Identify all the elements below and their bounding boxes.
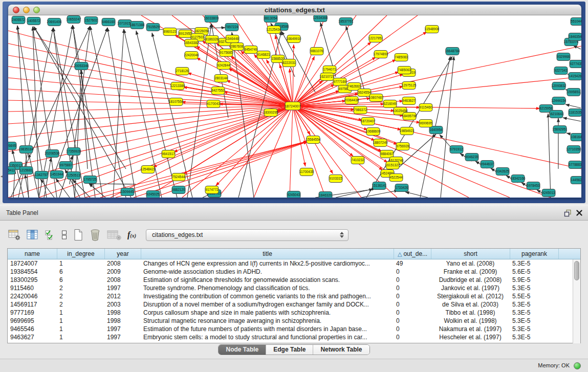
graph-node[interactable]: 9944637 (481, 161, 494, 168)
table-cell[interactable]: 0 (394, 268, 431, 276)
table-cell[interactable]: 0 (394, 317, 431, 325)
graph-node[interactable]: 6216049 (383, 100, 397, 108)
graph-node[interactable]: 7515525 (146, 24, 160, 31)
graph-node[interactable]: 1451944 (50, 171, 63, 179)
table-row[interactable]: 946362711997Embryonic stem cells: a mode… (8, 333, 574, 341)
graph-node[interactable]: 7524544 (172, 173, 185, 181)
graph-node[interactable]: 10653247 (67, 16, 81, 24)
table-cell[interactable]: Estimation of significance thresholds fo… (141, 276, 394, 284)
memory-ok-indicator-icon[interactable] (574, 362, 581, 369)
graph-node[interactable]: 1342757 (35, 171, 48, 179)
table-cell[interactable]: 18724007 (8, 259, 57, 268)
graph-edge[interactable] (107, 28, 136, 198)
graph-node[interactable]: 1445623 (571, 177, 581, 184)
table-cell[interactable]: Structural magnetic resonance image aver… (141, 317, 394, 325)
column-header-short[interactable]: short (431, 249, 510, 259)
table-cell[interactable]: 14569117 (8, 300, 57, 309)
column-visibility-icon[interactable] (27, 229, 39, 240)
graph-node[interactable]: 9641517 (162, 150, 175, 158)
graph-node[interactable]: 12217951 (368, 35, 383, 42)
graph-node[interactable]: 9245013 (542, 189, 555, 197)
function-builder-icon[interactable]: f(x) (127, 230, 136, 239)
graph-node[interactable]: 1794071 (323, 66, 336, 74)
graph-node[interactable]: 18495798 (402, 113, 417, 120)
table-cell[interactable]: 0 (394, 333, 431, 341)
table-cell[interactable]: 5.5E-5 (510, 292, 558, 300)
tab-network-table[interactable]: Network Table (313, 345, 369, 355)
table-cell[interactable]: Yano et al. (2008) (431, 259, 510, 268)
graph-node[interactable]: 1081642 (571, 134, 581, 141)
graph-node[interactable]: 7485063 (398, 67, 411, 74)
table-cell[interactable]: de Silva et al. (2003) (431, 300, 510, 309)
table-row[interactable]: 946554611997Estimation of the future num… (8, 325, 574, 333)
table-cell[interactable]: 9699695 (8, 317, 57, 325)
table-cell[interactable]: 5.6E-5 (510, 268, 558, 276)
table-cell[interactable]: Wolkin et al. (1998) (431, 317, 510, 325)
graph-node[interactable]: 6778883 (569, 161, 581, 169)
graph-node[interactable]: 9245025 (146, 191, 160, 198)
graph-edge[interactable] (226, 80, 293, 106)
graph-node[interactable]: 7857224 (225, 24, 238, 31)
table-cell[interactable]: 2008 (104, 259, 141, 268)
graph-node[interactable]: 1733426 (395, 184, 408, 192)
graph-node[interactable]: 15136141 (372, 182, 387, 190)
graph-edge[interactable] (293, 46, 581, 106)
table-cell[interactable]: 9115460 (8, 284, 57, 292)
graph-node[interactable]: 2526695 (8, 142, 16, 150)
graph-node[interactable]: 1509445 (121, 188, 134, 196)
table-cell[interactable]: 5.3E-5 (510, 325, 558, 333)
table-row[interactable]: 1938455462009Genome-wide association stu… (8, 268, 574, 276)
graph-node[interactable]: 8960123 (163, 28, 177, 36)
graph-node[interactable]: 17974893 (374, 51, 388, 58)
graph-edge[interactable] (134, 142, 308, 198)
graph-edge[interactable] (293, 106, 361, 198)
table-cell[interactable]: 1 (57, 259, 104, 268)
graph-node[interactable]: 1405572 (27, 17, 40, 25)
graph-node[interactable]: 9342625 (496, 168, 509, 176)
graph-node[interactable]: 2405572 (12, 16, 25, 24)
graph-node[interactable]: 11548908 (425, 26, 440, 33)
table-cell[interactable]: 2012 (104, 292, 141, 300)
table-cell[interactable]: 5.3E-5 (510, 317, 558, 325)
graph-node[interactable]: 7986372 (354, 106, 367, 114)
table-cell[interactable]: 22420046 (8, 292, 57, 300)
table-cell[interactable]: 49 (394, 259, 431, 268)
graph-node[interactable]: 9975887 (59, 162, 73, 169)
tab-node-table[interactable]: Node Table (219, 345, 266, 355)
graph-node[interactable]: 10688609 (366, 128, 381, 136)
table-selector-combobox[interactable]: citations_edges.txt (146, 229, 349, 241)
table-cell[interactable]: 1998 (104, 317, 141, 325)
graph-node[interactable]: 1595851 (567, 89, 580, 96)
table-cell[interactable]: 2008 (104, 276, 141, 284)
table-cell[interactable]: 5.3E-5 (510, 300, 558, 309)
graph-node[interactable]: 2803144 (214, 75, 228, 82)
scrollbar-thumb[interactable] (574, 261, 579, 280)
graph-node[interactable]: 12548423 (141, 166, 156, 173)
graph-node[interactable]: 1527602 (84, 17, 98, 25)
graph-node[interactable]: 1846320 (319, 192, 332, 198)
table-cell[interactable]: 2 (57, 284, 104, 292)
graph-node[interactable]: 9329966 (557, 53, 570, 61)
graph-node[interactable]: 1415426 (569, 73, 581, 80)
graph-node[interactable]: 12213389 (170, 82, 185, 90)
graph-node[interactable]: 8186328 (205, 36, 219, 43)
graph-node[interactable]: 18807249 (373, 139, 388, 147)
column-header-title[interactable]: title (141, 249, 394, 259)
table-cell[interactable]: 2 (57, 300, 104, 309)
graph-node[interactable]: 6791912 (450, 146, 463, 154)
column-header-out_de[interactable]: △out_de... (394, 249, 431, 259)
graph-node[interactable]: 9242844 (217, 62, 230, 70)
graph-node[interactable]: 9174772 (205, 186, 219, 194)
graph-edge[interactable] (197, 58, 293, 106)
table-cell[interactable]: 9465546 (8, 325, 57, 333)
graph-node[interactable]: 9115460 (419, 104, 432, 112)
citation-graph[interactable]: 2405572140557220691406106532471527602646… (8, 15, 581, 198)
graph-node[interactable]: 18537761 (339, 18, 354, 26)
graph-node[interactable]: 1640954 (429, 126, 443, 134)
table-cell[interactable]: 1 (57, 333, 104, 341)
graph-node[interactable]: 10807487 (369, 94, 384, 102)
graph-node[interactable]: 12093832 (552, 82, 567, 90)
row-select-icon[interactable] (45, 229, 55, 240)
graph-edge[interactable] (290, 106, 293, 198)
graph-edge[interactable] (565, 104, 581, 108)
